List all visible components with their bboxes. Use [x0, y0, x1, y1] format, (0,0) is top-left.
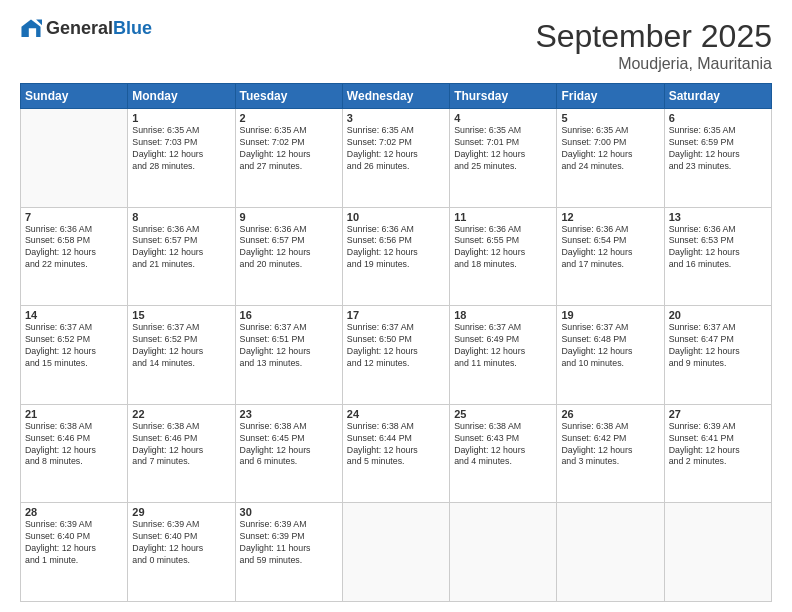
- calendar-table: SundayMondayTuesdayWednesdayThursdayFrid…: [20, 83, 772, 602]
- day-detail: Sunrise: 6:35 AM Sunset: 7:02 PM Dayligh…: [347, 125, 445, 173]
- calendar-cell: 27Sunrise: 6:39 AM Sunset: 6:41 PM Dayli…: [664, 404, 771, 503]
- calendar-cell: 18Sunrise: 6:37 AM Sunset: 6:49 PM Dayli…: [450, 306, 557, 405]
- day-detail: Sunrise: 6:38 AM Sunset: 6:46 PM Dayligh…: [132, 421, 230, 469]
- day-detail: Sunrise: 6:37 AM Sunset: 6:49 PM Dayligh…: [454, 322, 552, 370]
- day-number: 27: [669, 408, 767, 420]
- calendar-cell: 1Sunrise: 6:35 AM Sunset: 7:03 PM Daylig…: [128, 109, 235, 208]
- day-number: 13: [669, 211, 767, 223]
- day-detail: Sunrise: 6:38 AM Sunset: 6:46 PM Dayligh…: [25, 421, 123, 469]
- calendar-cell: 6Sunrise: 6:35 AM Sunset: 6:59 PM Daylig…: [664, 109, 771, 208]
- day-detail: Sunrise: 6:39 AM Sunset: 6:41 PM Dayligh…: [669, 421, 767, 469]
- day-number: 7: [25, 211, 123, 223]
- calendar-cell: 14Sunrise: 6:37 AM Sunset: 6:52 PM Dayli…: [21, 306, 128, 405]
- day-number: 2: [240, 112, 338, 124]
- logo-icon: [20, 18, 42, 40]
- day-number: 26: [561, 408, 659, 420]
- day-number: 19: [561, 309, 659, 321]
- logo-general: General: [46, 19, 113, 39]
- day-detail: Sunrise: 6:36 AM Sunset: 6:55 PM Dayligh…: [454, 224, 552, 272]
- calendar-cell: 21Sunrise: 6:38 AM Sunset: 6:46 PM Dayli…: [21, 404, 128, 503]
- calendar-cell: 28Sunrise: 6:39 AM Sunset: 6:40 PM Dayli…: [21, 503, 128, 602]
- calendar-cell: 26Sunrise: 6:38 AM Sunset: 6:42 PM Dayli…: [557, 404, 664, 503]
- logo: General Blue: [20, 18, 152, 40]
- calendar-header-monday: Monday: [128, 84, 235, 109]
- calendar-week-4: 21Sunrise: 6:38 AM Sunset: 6:46 PM Dayli…: [21, 404, 772, 503]
- day-number: 5: [561, 112, 659, 124]
- day-detail: Sunrise: 6:37 AM Sunset: 6:52 PM Dayligh…: [132, 322, 230, 370]
- header: General Blue September 2025 Moudjeria, M…: [20, 18, 772, 73]
- day-detail: Sunrise: 6:36 AM Sunset: 6:58 PM Dayligh…: [25, 224, 123, 272]
- calendar-cell: 4Sunrise: 6:35 AM Sunset: 7:01 PM Daylig…: [450, 109, 557, 208]
- day-number: 4: [454, 112, 552, 124]
- day-number: 29: [132, 506, 230, 518]
- day-detail: Sunrise: 6:35 AM Sunset: 7:01 PM Dayligh…: [454, 125, 552, 173]
- day-detail: Sunrise: 6:37 AM Sunset: 6:52 PM Dayligh…: [25, 322, 123, 370]
- day-number: 21: [25, 408, 123, 420]
- day-detail: Sunrise: 6:38 AM Sunset: 6:43 PM Dayligh…: [454, 421, 552, 469]
- day-number: 1: [132, 112, 230, 124]
- day-detail: Sunrise: 6:39 AM Sunset: 6:40 PM Dayligh…: [25, 519, 123, 567]
- calendar-cell: 24Sunrise: 6:38 AM Sunset: 6:44 PM Dayli…: [342, 404, 449, 503]
- day-detail: Sunrise: 6:36 AM Sunset: 6:54 PM Dayligh…: [561, 224, 659, 272]
- page: General Blue September 2025 Moudjeria, M…: [0, 0, 792, 612]
- calendar-cell: 20Sunrise: 6:37 AM Sunset: 6:47 PM Dayli…: [664, 306, 771, 405]
- day-detail: Sunrise: 6:36 AM Sunset: 6:53 PM Dayligh…: [669, 224, 767, 272]
- calendar-cell: 15Sunrise: 6:37 AM Sunset: 6:52 PM Dayli…: [128, 306, 235, 405]
- day-detail: Sunrise: 6:35 AM Sunset: 6:59 PM Dayligh…: [669, 125, 767, 173]
- calendar-cell: [342, 503, 449, 602]
- calendar-cell: [21, 109, 128, 208]
- calendar-header-row: SundayMondayTuesdayWednesdayThursdayFrid…: [21, 84, 772, 109]
- calendar-cell: 10Sunrise: 6:36 AM Sunset: 6:56 PM Dayli…: [342, 207, 449, 306]
- calendar-cell: 23Sunrise: 6:38 AM Sunset: 6:45 PM Dayli…: [235, 404, 342, 503]
- calendar-cell: [450, 503, 557, 602]
- day-detail: Sunrise: 6:36 AM Sunset: 6:57 PM Dayligh…: [240, 224, 338, 272]
- calendar-cell: 9Sunrise: 6:36 AM Sunset: 6:57 PM Daylig…: [235, 207, 342, 306]
- day-number: 24: [347, 408, 445, 420]
- calendar-header-tuesday: Tuesday: [235, 84, 342, 109]
- day-number: 6: [669, 112, 767, 124]
- day-number: 18: [454, 309, 552, 321]
- calendar-header-friday: Friday: [557, 84, 664, 109]
- calendar-week-1: 1Sunrise: 6:35 AM Sunset: 7:03 PM Daylig…: [21, 109, 772, 208]
- day-detail: Sunrise: 6:39 AM Sunset: 6:39 PM Dayligh…: [240, 519, 338, 567]
- location: Moudjeria, Mauritania: [535, 55, 772, 73]
- day-number: 23: [240, 408, 338, 420]
- day-number: 8: [132, 211, 230, 223]
- day-number: 15: [132, 309, 230, 321]
- calendar-cell: 5Sunrise: 6:35 AM Sunset: 7:00 PM Daylig…: [557, 109, 664, 208]
- day-number: 11: [454, 211, 552, 223]
- day-number: 14: [25, 309, 123, 321]
- day-number: 30: [240, 506, 338, 518]
- calendar-cell: 13Sunrise: 6:36 AM Sunset: 6:53 PM Dayli…: [664, 207, 771, 306]
- day-number: 3: [347, 112, 445, 124]
- day-number: 22: [132, 408, 230, 420]
- calendar-cell: 16Sunrise: 6:37 AM Sunset: 6:51 PM Dayli…: [235, 306, 342, 405]
- day-detail: Sunrise: 6:35 AM Sunset: 7:02 PM Dayligh…: [240, 125, 338, 173]
- calendar-header-saturday: Saturday: [664, 84, 771, 109]
- day-detail: Sunrise: 6:37 AM Sunset: 6:51 PM Dayligh…: [240, 322, 338, 370]
- day-detail: Sunrise: 6:39 AM Sunset: 6:40 PM Dayligh…: [132, 519, 230, 567]
- calendar-cell: 11Sunrise: 6:36 AM Sunset: 6:55 PM Dayli…: [450, 207, 557, 306]
- day-number: 17: [347, 309, 445, 321]
- logo-text: General Blue: [46, 19, 152, 39]
- day-number: 10: [347, 211, 445, 223]
- calendar-header-sunday: Sunday: [21, 84, 128, 109]
- calendar-cell: 17Sunrise: 6:37 AM Sunset: 6:50 PM Dayli…: [342, 306, 449, 405]
- day-detail: Sunrise: 6:35 AM Sunset: 7:00 PM Dayligh…: [561, 125, 659, 173]
- day-detail: Sunrise: 6:38 AM Sunset: 6:45 PM Dayligh…: [240, 421, 338, 469]
- calendar-week-3: 14Sunrise: 6:37 AM Sunset: 6:52 PM Dayli…: [21, 306, 772, 405]
- day-detail: Sunrise: 6:36 AM Sunset: 6:56 PM Dayligh…: [347, 224, 445, 272]
- day-number: 25: [454, 408, 552, 420]
- day-detail: Sunrise: 6:36 AM Sunset: 6:57 PM Dayligh…: [132, 224, 230, 272]
- day-number: 9: [240, 211, 338, 223]
- day-number: 20: [669, 309, 767, 321]
- day-detail: Sunrise: 6:38 AM Sunset: 6:44 PM Dayligh…: [347, 421, 445, 469]
- logo-blue: Blue: [113, 19, 152, 39]
- calendar-cell: [664, 503, 771, 602]
- calendar-cell: 29Sunrise: 6:39 AM Sunset: 6:40 PM Dayli…: [128, 503, 235, 602]
- calendar-week-2: 7Sunrise: 6:36 AM Sunset: 6:58 PM Daylig…: [21, 207, 772, 306]
- calendar-cell: 7Sunrise: 6:36 AM Sunset: 6:58 PM Daylig…: [21, 207, 128, 306]
- month-title: September 2025: [535, 18, 772, 55]
- day-number: 16: [240, 309, 338, 321]
- day-number: 28: [25, 506, 123, 518]
